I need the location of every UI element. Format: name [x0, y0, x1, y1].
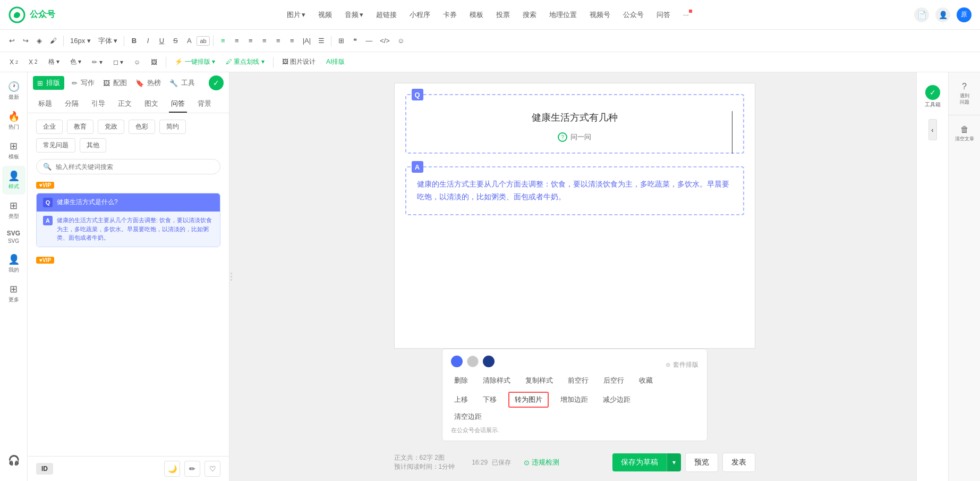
- hot-list-btn[interactable]: 🔖 热榜: [131, 76, 165, 90]
- suite-layout-btn[interactable]: ⊙ 套件排版: [666, 360, 698, 369]
- indent-right-btn[interactable]: |A|: [300, 35, 314, 47]
- nav-video[interactable]: 视频: [313, 7, 337, 23]
- nav-qa[interactable]: 问答: [651, 7, 676, 23]
- image-design-btn[interactable]: 🖼 图片设计: [278, 56, 320, 68]
- write-btn[interactable]: ✏ 写作: [67, 76, 99, 90]
- clear-article-item[interactable]: 🗑 清空文章: [952, 122, 977, 146]
- tab-separator[interactable]: 分隔: [63, 96, 81, 113]
- publish-btn[interactable]: 发表: [722, 453, 755, 472]
- color-blue[interactable]: [451, 356, 463, 367]
- nav-more[interactable]: ···: [678, 7, 694, 22]
- filter-faq[interactable]: 常见问题: [36, 138, 75, 153]
- code-btn[interactable]: </>: [377, 35, 393, 47]
- nav-vote[interactable]: 投票: [491, 7, 515, 23]
- edit-btn[interactable]: ✏: [184, 461, 200, 477]
- line-height-btn[interactable]: ☰: [315, 35, 328, 47]
- delete-btn[interactable]: 删除: [451, 374, 471, 387]
- post-space-btn[interactable]: 后空行: [600, 374, 627, 387]
- filter-education[interactable]: 教育: [67, 120, 93, 134]
- filter-enterprise[interactable]: 企业: [36, 120, 63, 134]
- moon-btn[interactable]: 🌙: [164, 461, 180, 477]
- eraser-btn[interactable]: ◈: [33, 35, 46, 47]
- nav-search[interactable]: 搜索: [517, 7, 542, 23]
- move-up-btn[interactable]: 上移: [451, 393, 471, 407]
- editor-q-title[interactable]: 健康生活方式有几种: [417, 111, 732, 124]
- preview-btn[interactable]: 预览: [685, 453, 718, 472]
- color-dark-blue[interactable]: [483, 356, 495, 367]
- filter-party[interactable]: 党政: [98, 120, 124, 134]
- subscript-btn[interactable]: X2: [24, 57, 42, 67]
- sidebar-item-svg[interactable]: SVG SVG: [2, 225, 25, 248]
- qa-card-1[interactable]: Q 健康生活方式是什么? A 健康的生活方式主要从几个方面去调整: 饮食，要以清…: [36, 193, 220, 247]
- tab-title[interactable]: 标题: [36, 96, 54, 113]
- sidebar-item-hot[interactable]: 🔥 热门: [2, 106, 25, 135]
- sidebar-item-mine[interactable]: 👤 我的: [2, 249, 25, 278]
- clear-style-btn[interactable]: 清除样式: [480, 374, 514, 387]
- avatar[interactable]: 原: [957, 7, 972, 22]
- tab-graphic[interactable]: 图文: [142, 96, 160, 113]
- save-draft-btn[interactable]: 保存为草稿: [612, 453, 667, 471]
- tools-btn[interactable]: 🔧 工具: [165, 76, 199, 90]
- face-btn[interactable]: ☺: [130, 57, 144, 67]
- tab-qa[interactable]: 问答: [169, 96, 187, 113]
- pre-space-btn[interactable]: 前空行: [565, 374, 592, 387]
- sidebar-item-help[interactable]: 🎧: [2, 450, 25, 470]
- nav-mini-program[interactable]: 小程序: [404, 7, 436, 23]
- nav-location[interactable]: 地理位置: [544, 7, 582, 23]
- italic-btn[interactable]: I: [141, 35, 154, 47]
- filter-other[interactable]: 其他: [80, 138, 106, 153]
- format-more-btn[interactable]: 格 ▾: [44, 56, 64, 68]
- hr-btn[interactable]: —: [362, 35, 376, 47]
- color-more-btn[interactable]: 色 ▾: [66, 56, 86, 68]
- editor-q-ask[interactable]: ? 问一问: [417, 132, 732, 142]
- align-left2-btn[interactable]: ≡: [231, 35, 243, 47]
- tab-guide[interactable]: 引导: [89, 96, 107, 113]
- sidebar-item-latest[interactable]: 🕐 最新: [2, 77, 25, 105]
- sidebar-item-template[interactable]: ⊞ 模板: [2, 136, 25, 165]
- copy-style-btn[interactable]: 复制样式: [522, 374, 556, 387]
- nav-hyperlink[interactable]: 超链接: [371, 7, 402, 23]
- image-upload-btn[interactable]: 🖼: [147, 57, 161, 67]
- align-right-btn[interactable]: ≡: [258, 35, 271, 47]
- pen-btn[interactable]: ✏ ▾: [88, 57, 106, 67]
- highlight-line-btn[interactable]: 🖊 重点划线 ▾: [221, 56, 269, 68]
- filter-simple[interactable]: 简约: [159, 120, 186, 134]
- search-input[interactable]: [56, 163, 214, 171]
- align-left-btn[interactable]: ≡: [217, 35, 229, 47]
- sidebar-item-type[interactable]: ⊞ 类型: [2, 196, 25, 224]
- underline-btn[interactable]: U: [155, 35, 168, 47]
- quote-btn[interactable]: ❝: [348, 35, 361, 47]
- font-color-btn[interactable]: A: [183, 35, 195, 47]
- document-icon[interactable]: 📄: [914, 7, 929, 22]
- heart-btn[interactable]: ♡: [204, 461, 220, 477]
- convert-to-image-btn[interactable]: 转为图片: [508, 392, 549, 408]
- table-btn[interactable]: ⊞: [335, 35, 347, 47]
- collect-btn[interactable]: 收藏: [636, 374, 656, 387]
- ai-layout-btn[interactable]: AI排版: [322, 56, 349, 68]
- filter-color[interactable]: 色彩: [129, 120, 155, 134]
- shape-btn[interactable]: ◻ ▾: [109, 57, 127, 67]
- redo-btn[interactable]: ↪: [19, 35, 32, 47]
- green-dot-btn[interactable]: ✓: [209, 75, 224, 90]
- superscript-btn[interactable]: X2: [5, 57, 22, 67]
- indent-left-btn[interactable]: ≡: [286, 35, 299, 47]
- save-draft-arrow-btn[interactable]: ▾: [667, 453, 681, 471]
- nav-video-account[interactable]: 视频号: [584, 7, 616, 23]
- layout-btn[interactable]: ⊞ 排版: [33, 76, 64, 90]
- nav-image[interactable]: 图片▾: [282, 7, 311, 23]
- nav-template[interactable]: 模板: [464, 7, 489, 23]
- tab-background[interactable]: 背景: [195, 96, 214, 113]
- nav-coupon[interactable]: 卡券: [438, 7, 462, 23]
- id-btn[interactable]: ID: [36, 463, 53, 475]
- one-click-layout-btn[interactable]: ⚡ 一键排版 ▾: [171, 56, 219, 68]
- user-icon[interactable]: 👤: [935, 7, 950, 22]
- search-box[interactable]: 🔍: [36, 159, 220, 174]
- collapse-btn[interactable]: ‹: [928, 119, 937, 140]
- tab-body[interactable]: 正文: [116, 96, 134, 113]
- format-paint-btn[interactable]: 🖌: [47, 35, 60, 47]
- highlight-btn[interactable]: ab: [197, 36, 209, 46]
- editor-content[interactable]: Q 健康生活方式有几种 ? 问一问 A 健康的生活方式主要从几个方面去调整：饮食: [394, 83, 755, 349]
- strikethrough-btn[interactable]: S: [169, 35, 182, 47]
- bold-btn[interactable]: B: [127, 35, 140, 47]
- font-size-select[interactable]: 16px ▾: [67, 35, 94, 47]
